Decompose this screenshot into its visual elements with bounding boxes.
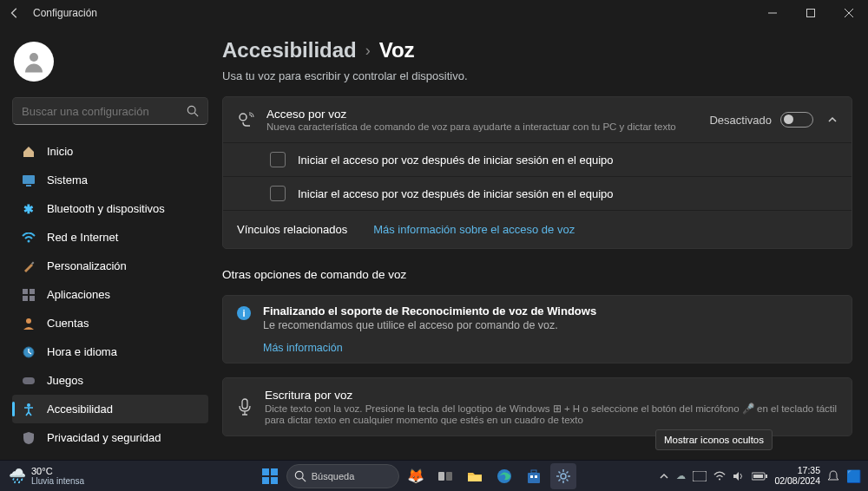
weather-icon: 🌧️ (9, 468, 26, 484)
main-panel: Accesibilidad › Voz Usa tu voz para escr… (217, 26, 868, 460)
svg-rect-9 (23, 289, 28, 294)
voice-access-icon (237, 111, 254, 128)
svg-rect-30 (528, 473, 540, 483)
voice-access-title: Acceso por voz (266, 108, 697, 121)
svg-point-3 (187, 106, 195, 114)
svg-point-17 (27, 403, 30, 407)
option-label: Iniciar el acceso por voz después de ini… (298, 187, 614, 200)
sidebar-item-cuentas[interactable]: Cuentas (12, 309, 208, 337)
search-input[interactable] (22, 105, 187, 118)
svg-rect-12 (30, 296, 35, 301)
sidebar-item-label: Aplicaciones (47, 288, 110, 301)
maximize-button[interactable] (792, 0, 830, 26)
more-info-link[interactable]: Más información (263, 342, 838, 354)
checkbox[interactable] (270, 152, 286, 167)
svg-rect-16 (23, 377, 35, 384)
sidebar-item-label: Inicio (47, 145, 73, 158)
task-view-button[interactable] (432, 463, 458, 489)
avatar[interactable] (14, 42, 54, 82)
voice-typing-card[interactable]: Escritura por voz Dicte texto con la voz… (222, 377, 852, 436)
info-text: Le recomendamos que utilice el acceso po… (263, 319, 596, 331)
voice-access-option-row[interactable]: Iniciar el acceso por voz después de ini… (223, 176, 852, 210)
page-subtitle: Usa tu voz para escribir y controlar el … (222, 69, 852, 82)
sidebar-item-label: Personalización (47, 259, 127, 272)
taskbar-animal-icon[interactable]: 🦊 (403, 463, 429, 489)
copilot-icon[interactable]: 🟦 (846, 469, 861, 483)
wifi-icon (21, 232, 36, 243)
sidebar-item-juegos[interactable]: Juegos (12, 366, 208, 395)
breadcrumb-parent[interactable]: Accesibilidad (222, 38, 357, 62)
svg-rect-31 (531, 470, 536, 473)
sidebar: Inicio Sistema ✱ Bluetooth y dispositivo… (0, 26, 217, 460)
onedrive-icon[interactable]: ☁ (676, 470, 686, 481)
sidebar-item-label: Cuentas (47, 317, 89, 330)
sidebar-item-privacidad[interactable]: Privacidad y seguridad (12, 423, 208, 452)
sidebar-item-label: Bluetooth y dispositivos (47, 202, 165, 215)
edge-button[interactable] (491, 463, 517, 489)
search-box[interactable] (12, 97, 208, 125)
taskbar-search-label: Búsqueda (312, 471, 355, 481)
sidebar-item-bluetooth[interactable]: ✱ Bluetooth y dispositivos (12, 194, 208, 223)
svg-rect-5 (23, 175, 35, 184)
related-links-label: Vínculos relacionados (237, 223, 347, 236)
checkbox[interactable] (270, 186, 286, 201)
chevron-right-icon: › (365, 42, 371, 60)
svg-point-18 (240, 114, 247, 121)
svg-line-25 (302, 478, 306, 481)
svg-point-34 (561, 474, 566, 479)
taskbar-search[interactable]: Búsqueda (286, 464, 399, 488)
voice-access-toggle[interactable] (780, 112, 813, 128)
volume-icon[interactable] (733, 471, 745, 481)
tray-chevron-up-icon[interactable] (659, 471, 669, 481)
voice-access-option-row[interactable]: Iniciar el acceso por voz después de ini… (223, 142, 852, 176)
notifications-icon[interactable] (827, 470, 839, 482)
sidebar-item-accesibilidad[interactable]: Accesibilidad (12, 395, 208, 423)
store-button[interactable] (521, 463, 547, 489)
voice-typing-title: Escritura por voz (265, 389, 838, 402)
sidebar-item-red[interactable]: Red e Internet (12, 223, 208, 252)
info-title: Finalizando el soporte de Reconocimiento… (263, 304, 596, 318)
settings-button[interactable] (550, 463, 576, 489)
sidebar-item-label: Hora e idioma (47, 345, 117, 358)
sidebar-item-hora[interactable]: Hora e idioma (12, 337, 208, 366)
svg-rect-32 (530, 475, 533, 478)
sidebar-item-aplicaciones[interactable]: Aplicaciones (12, 280, 208, 309)
search-icon (294, 470, 306, 482)
back-button[interactable] (9, 7, 21, 19)
sidebar-item-label: Red e Internet (47, 231, 118, 244)
option-label: Iniciar el acceso por voz después de ini… (298, 154, 614, 167)
taskbar: 🌧️ 30°C Lluvia intensa Búsqueda 🦊 ☁ 17:3… (0, 460, 868, 491)
svg-rect-21 (271, 468, 278, 475)
account-icon (21, 317, 36, 331)
svg-rect-6 (26, 185, 31, 187)
chevron-up-icon[interactable] (827, 115, 838, 125)
related-link[interactable]: Más información sobre el acceso de voz (373, 223, 575, 236)
svg-rect-39 (753, 475, 763, 478)
sidebar-item-personalizacion[interactable]: Personalización (12, 252, 208, 280)
minimize-button[interactable] (753, 0, 792, 26)
taskbar-weather[interactable]: 🌧️ 30°C Lluvia intensa (0, 466, 174, 486)
keyboard-lang-icon[interactable] (693, 471, 707, 481)
explorer-button[interactable] (462, 463, 488, 489)
taskbar-clock[interactable]: 17:35 02/08/2024 (774, 466, 820, 486)
system-icon (21, 174, 36, 187)
svg-rect-38 (766, 475, 767, 478)
close-button[interactable] (830, 0, 868, 26)
toggle-label: Desactivado (709, 114, 772, 127)
microphone-icon (237, 398, 253, 416)
clock-icon (21, 345, 36, 359)
weather-temp: 30°C (31, 466, 84, 476)
start-button[interactable] (257, 463, 283, 489)
svg-rect-11 (23, 296, 28, 301)
wifi-tray-icon[interactable] (713, 471, 726, 481)
battery-icon[interactable] (752, 472, 767, 481)
sidebar-item-update[interactable]: Windows Update (12, 452, 208, 460)
clock-time: 17:35 (774, 466, 820, 476)
sidebar-item-sistema[interactable]: Sistema (12, 166, 208, 194)
sidebar-item-label: Sistema (47, 173, 88, 187)
sidebar-item-inicio[interactable]: Inicio (12, 137, 208, 166)
related-links: Vínculos relacionados Más información so… (223, 210, 852, 248)
bluetooth-icon: ✱ (21, 202, 36, 216)
sidebar-item-label: Accesibilidad (47, 403, 113, 416)
titlebar: Configuración (0, 0, 868, 26)
